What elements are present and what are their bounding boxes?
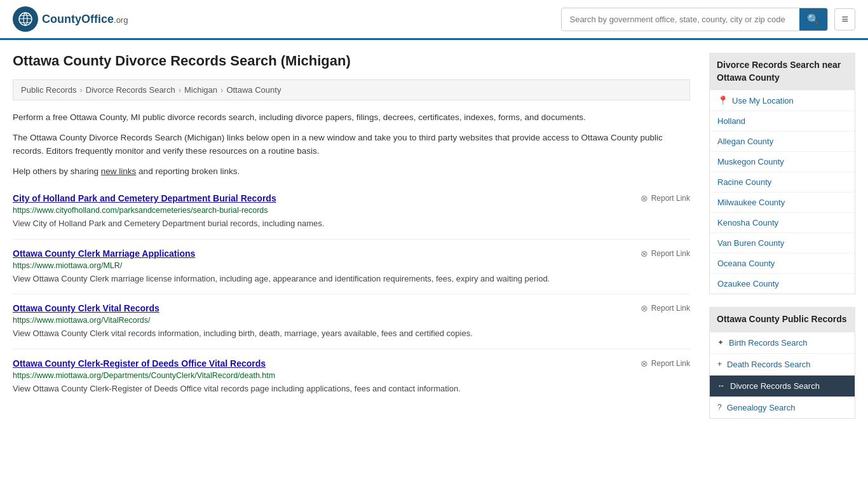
breadcrumb-link-michigan[interactable]: Michigan xyxy=(184,85,217,95)
nearby-links: 📍Use My LocationHollandAllegan CountyMus… xyxy=(709,90,855,294)
report-link-0[interactable]: ⊗ Report Link xyxy=(641,193,690,203)
record-url-0: https://www.cityofholland.com/parksandce… xyxy=(13,206,690,215)
nearby-link-4[interactable]: Racine County xyxy=(710,172,855,193)
nearby-link-6[interactable]: Kenosha County xyxy=(710,213,855,233)
breadcrumb: Public Records › Divorce Records Search … xyxy=(13,79,690,100)
new-links-link[interactable]: new links xyxy=(101,166,137,176)
report-icon-2: ⊗ xyxy=(641,303,648,313)
header-right: 🔍 ≡ xyxy=(561,8,855,31)
nearby-link-5[interactable]: Milwaukee County xyxy=(710,193,855,213)
intro-text-3: Help others by sharing new links and rep… xyxy=(13,165,690,179)
record-url-2: https://www.miottawa.org/VitalRecords/ xyxy=(13,316,690,325)
record-entry: City of Holland Park and Cemetery Depart… xyxy=(13,184,690,240)
content-area: Ottawa County Divorce Records Search (Mi… xyxy=(13,53,690,431)
logo-text: CountyOffice.org xyxy=(42,13,128,26)
location-icon: 📍 xyxy=(717,95,728,105)
report-icon-3: ⊗ xyxy=(641,358,648,369)
main-container: Ottawa County Divorce Records Search (Mi… xyxy=(0,40,868,444)
intro-text-1: Perform a free Ottawa County, MI public … xyxy=(13,111,690,125)
public-records-link-2[interactable]: ↔Divorce Records Search xyxy=(710,376,855,397)
nearby-link-2[interactable]: Allegan County xyxy=(710,132,855,152)
nearby-link-9[interactable]: Ozaukee County xyxy=(710,274,855,294)
record-entry: Ottawa County Clerk-Register of Deeds Of… xyxy=(13,349,690,404)
page-title: Ottawa County Divorce Records Search (Mi… xyxy=(13,53,690,69)
record-list: City of Holland Park and Cemetery Depart… xyxy=(13,184,690,403)
sidebar-link-icon-1: + xyxy=(717,360,722,369)
logo-icon xyxy=(13,6,38,32)
record-desc-0: View City of Holland Park and Cemetery D… xyxy=(13,217,690,230)
breadcrumb-link-divorce[interactable]: Divorce Records Search xyxy=(86,85,175,95)
record-title-3[interactable]: Ottawa County Clerk-Register of Deeds Of… xyxy=(13,358,266,369)
menu-button[interactable]: ≡ xyxy=(834,8,855,30)
nearby-link-0[interactable]: 📍Use My Location xyxy=(710,90,855,111)
sidebar-public-records-section: Ottawa County Public Records ✦Birth Reco… xyxy=(709,307,855,419)
header: CountyOffice.org 🔍 ≡ xyxy=(0,0,868,40)
record-title-1[interactable]: Ottawa County Clerk Marriage Application… xyxy=(13,248,195,259)
record-desc-1: View Ottawa County Clerk marriage licens… xyxy=(13,273,690,285)
record-desc-2: View Ottawa County Clerk vital records i… xyxy=(13,327,690,340)
record-entry: Ottawa County Clerk Marriage Application… xyxy=(13,240,690,295)
breadcrumb-current: Ottawa County xyxy=(226,85,281,95)
nearby-link-3[interactable]: Muskegon County xyxy=(710,152,855,172)
search-bar: 🔍 xyxy=(561,8,828,31)
nearby-link-8[interactable]: Oceana County xyxy=(710,254,855,274)
record-title-2[interactable]: Ottawa County Clerk Vital Records xyxy=(13,303,159,313)
report-icon-1: ⊗ xyxy=(641,248,648,259)
sidebar-public-records-title: Ottawa County Public Records xyxy=(709,307,855,332)
sidebar-nearby-title: Divorce Records Search near Ottawa Count… xyxy=(709,53,855,90)
sidebar-link-icon-2: ↔ xyxy=(717,381,725,390)
public-records-link-0[interactable]: ✦Birth Records Search xyxy=(710,332,855,354)
breadcrumb-link-public-records[interactable]: Public Records xyxy=(21,85,76,95)
record-entry: Ottawa County Clerk Vital Records ⊗ Repo… xyxy=(13,294,690,349)
breadcrumb-sep-1: › xyxy=(79,85,82,95)
report-icon-0: ⊗ xyxy=(641,193,648,203)
nearby-link-1[interactable]: Holland xyxy=(710,111,855,132)
sidebar: Divorce Records Search near Ottawa Count… xyxy=(709,53,855,431)
report-link-2[interactable]: ⊗ Report Link xyxy=(641,303,690,313)
public-records-links: ✦Birth Records Search+Death Records Sear… xyxy=(709,332,855,419)
intro-text-2: The Ottawa County Divorce Records Search… xyxy=(13,131,690,158)
search-input[interactable] xyxy=(562,10,799,29)
sidebar-link-icon-0: ✦ xyxy=(717,338,724,347)
sidebar-link-icon-3: ? xyxy=(717,403,722,412)
nearby-link-7[interactable]: Van Buren County xyxy=(710,233,855,254)
logo-area: CountyOffice.org xyxy=(13,6,128,32)
record-title-0[interactable]: City of Holland Park and Cemetery Depart… xyxy=(13,193,276,203)
record-url-1: https://www.miottawa.org/MLR/ xyxy=(13,261,690,270)
breadcrumb-sep-3: › xyxy=(220,85,223,95)
public-records-link-1[interactable]: +Death Records Search xyxy=(710,354,855,376)
search-button[interactable]: 🔍 xyxy=(799,8,827,30)
record-desc-3: View Ottawa County Clerk-Register of Dee… xyxy=(13,383,690,395)
sidebar-nearby-section: Divorce Records Search near Ottawa Count… xyxy=(709,53,855,294)
report-link-1[interactable]: ⊗ Report Link xyxy=(641,248,690,259)
breadcrumb-sep-2: › xyxy=(179,85,181,95)
record-url-3: https://www.miottawa.org/Departments/Cou… xyxy=(13,371,690,380)
public-records-link-3[interactable]: ?Genealogy Search xyxy=(710,397,855,418)
report-link-3[interactable]: ⊗ Report Link xyxy=(641,358,690,369)
